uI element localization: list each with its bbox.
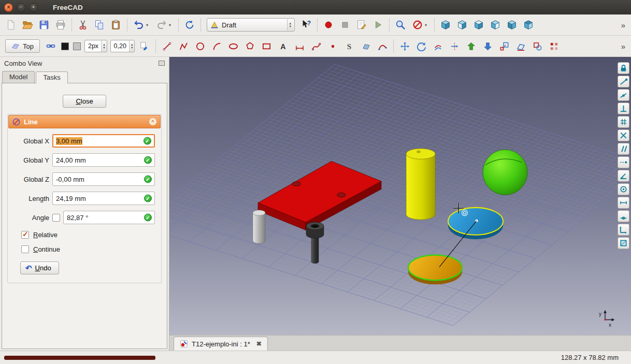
view-rear-button[interactable] [504, 17, 520, 33]
toolbar-overflow-icon[interactable]: » [618, 21, 628, 30]
snap-lock-button[interactable] [618, 62, 629, 74]
working-plane-button[interactable]: Top [5, 39, 40, 53]
global-y-input[interactable]: 24,00 mm ✓ [52, 153, 155, 167]
draft-toolbar-overflow-icon[interactable]: » [618, 42, 628, 51]
dimension-tool-button[interactable] [291, 38, 308, 54]
downgrade-tool-button[interactable] [479, 38, 496, 54]
macro-execute-button[interactable] [370, 17, 386, 33]
macro-stop-button[interactable] [337, 17, 353, 33]
upgrade-tool-button[interactable] [463, 38, 479, 54]
relative-checkbox[interactable] [21, 231, 29, 239]
array-tool-button[interactable] [546, 38, 562, 54]
new-document-button[interactable] [3, 17, 19, 33]
snap-midpoint-button[interactable] [618, 89, 629, 101]
window-close-button[interactable]: × [4, 3, 13, 12]
scroll-indicator[interactable] [4, 356, 155, 360]
undo-toolbar-button[interactable]: ▾ [130, 17, 153, 33]
length-input[interactable]: 24,19 mm ✓ [52, 192, 155, 205]
line-width-spinbox[interactable]: 2px▲▼ [84, 40, 107, 52]
close-task-button[interactable]: Close [63, 95, 106, 108]
green-sphere[interactable] [483, 150, 527, 195]
point-tool-button[interactable] [324, 38, 341, 54]
trim-tool-button[interactable] [446, 38, 463, 54]
refresh-button[interactable] [181, 17, 198, 33]
paste-button[interactable] [108, 17, 124, 33]
snap-center-button[interactable] [618, 183, 629, 195]
line-color-swatch[interactable] [61, 42, 69, 50]
macro-edit-button[interactable] [353, 17, 370, 33]
toggle-clipping-button[interactable]: ▾ [409, 17, 432, 33]
cut-button[interactable] [75, 17, 91, 33]
arc-tool-button[interactable] [208, 38, 225, 54]
draft-to-sketch-button[interactable] [529, 38, 546, 54]
3d-viewport[interactable]: x y [169, 57, 631, 335]
snap-ortho-button[interactable] [618, 224, 629, 236]
yellow-cylinder[interactable] [406, 149, 435, 220]
text-scale-spin-arrows[interactable]: ▲▼ [129, 40, 134, 52]
global-x-input[interactable]: 3,00 mm ✓ [52, 134, 155, 148]
workbench-selector[interactable]: Draft ▲▼ [207, 18, 295, 32]
scale-tool-button[interactable] [496, 38, 512, 54]
shapestring-tool-button[interactable]: S [341, 38, 357, 54]
face-color-swatch[interactable] [73, 42, 81, 50]
redo-toolbar-button[interactable]: ▾ [153, 17, 176, 33]
snap-intersection-button[interactable] [618, 129, 629, 141]
line-tool-button[interactable] [159, 38, 175, 54]
facebinder-tool-button[interactable] [357, 38, 374, 54]
view-right-button[interactable] [487, 17, 504, 33]
collapse-icon[interactable]: ^ [149, 118, 156, 125]
shape2dview-tool-button[interactable] [512, 38, 529, 54]
open-button[interactable] [19, 17, 36, 33]
snap-near-button[interactable] [618, 210, 629, 222]
angle-input[interactable]: 82,87 ° ✓ [63, 211, 155, 224]
document-tab[interactable]: T12-ejemplo-ini : 1* ✖ [174, 337, 268, 351]
offset-tool-button[interactable] [429, 38, 446, 54]
window-minimize-button[interactable]: − [17, 3, 25, 12]
global-z-input[interactable]: -0,00 mm ✓ [52, 172, 155, 186]
angle-checkbox[interactable] [52, 214, 60, 222]
view-bottom-button[interactable] [520, 17, 537, 33]
view-top-button[interactable] [470, 17, 487, 33]
snap-angle-button[interactable] [618, 170, 629, 182]
continue-checkbox[interactable] [21, 245, 29, 253]
snap-grid-button[interactable] [618, 116, 629, 128]
construction-mode-button[interactable] [42, 38, 59, 54]
circle-tool-button[interactable] [192, 38, 208, 54]
snap-parallel-button[interactable] [618, 143, 629, 155]
tab-model[interactable]: Model [2, 71, 35, 83]
bezier-tool-button[interactable] [374, 38, 391, 54]
view-front-button[interactable] [454, 17, 470, 33]
tab-close-icon[interactable]: ✖ [256, 340, 262, 347]
text-scale-spinbox[interactable]: 0,20▲▼ [110, 40, 135, 52]
snap-endpoint-button[interactable] [618, 76, 629, 88]
whats-this-button[interactable]: ? [298, 17, 314, 33]
line-width-spin-arrows[interactable]: ▲▼ [101, 40, 106, 52]
ellipse-tool-button[interactable] [225, 38, 241, 54]
snap-extension-button[interactable] [618, 156, 629, 168]
polygon-tool-button[interactable] [241, 38, 258, 54]
move-tool-button[interactable] [396, 38, 413, 54]
blue-disc[interactable] [448, 208, 503, 239]
panel-float-icon[interactable] [159, 61, 165, 66]
save-button[interactable] [36, 17, 52, 33]
workbench-spin-arrows[interactable]: ▲▼ [287, 19, 293, 31]
text-tool-button[interactable]: A [275, 38, 291, 54]
line-task-header[interactable]: Line ^ [8, 115, 161, 128]
copy-button[interactable] [91, 17, 108, 33]
apply-style-button[interactable] [136, 38, 153, 54]
macro-record-button[interactable] [320, 17, 337, 33]
wire-tool-button[interactable] [175, 38, 192, 54]
snap-working-plane-button[interactable] [618, 237, 629, 249]
bspline-tool-button[interactable] [308, 38, 324, 54]
window-maximize-button[interactable]: + [29, 3, 38, 12]
snap-perpendicular-button[interactable] [618, 103, 629, 114]
box-zoom-button[interactable] [392, 17, 409, 33]
tab-tasks[interactable]: Tasks [36, 71, 67, 83]
print-button[interactable] [52, 17, 69, 33]
view-axonometric-button[interactable] [437, 17, 454, 33]
orange-disc[interactable] [408, 255, 462, 284]
gray-cylinder[interactable] [253, 210, 265, 243]
snap-dimensions-button[interactable] [618, 197, 629, 209]
rotate-tool-button[interactable] [413, 38, 429, 54]
undo-button[interactable]: ↶ Undo [20, 261, 59, 274]
